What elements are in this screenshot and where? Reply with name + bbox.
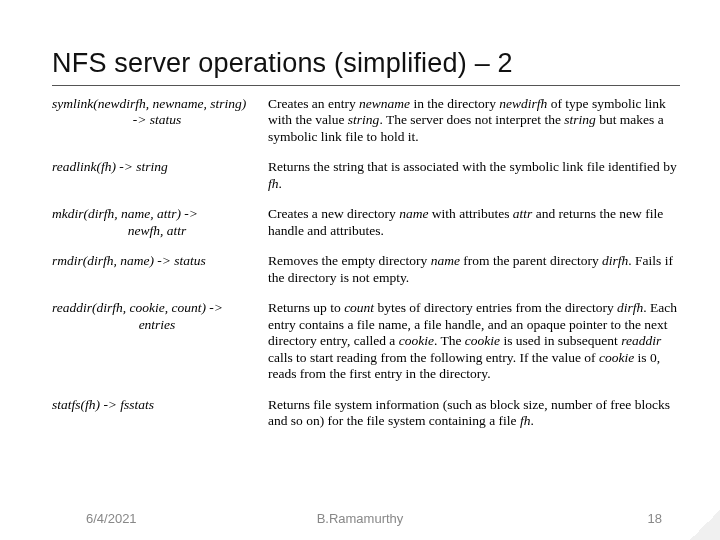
sig-main: symlink(newdirfh, newname, string)	[52, 96, 262, 112]
sig-main: statfs(fh) -> fsstats	[52, 397, 262, 413]
op-signature: symlink(newdirfh, newname, string) -> st…	[52, 96, 268, 129]
page-title: NFS server operations (simplified) – 2	[52, 48, 680, 79]
op-signature: mkdir(dirfh, name, attr) -> newfh, attr	[52, 206, 268, 239]
op-row-readdir: readdir(dirfh, cookie, count) -> entries…	[52, 300, 680, 382]
sig-cont: entries	[52, 317, 262, 333]
operations-table: symlink(newdirfh, newname, string) -> st…	[52, 96, 680, 430]
op-description: Creates an entry newname in the director…	[268, 96, 680, 145]
op-row-statfs: statfs(fh) -> fsstats Returns file syste…	[52, 397, 680, 430]
sig-main: rmdir(dirfh, name) -> status	[52, 253, 262, 269]
title-rule	[52, 85, 680, 86]
footer-author: B.Ramamurthy	[0, 511, 720, 526]
op-description: Returns up to count bytes of directory e…	[268, 300, 680, 382]
op-row-symlink: symlink(newdirfh, newname, string) -> st…	[52, 96, 680, 145]
op-row-mkdir: mkdir(dirfh, name, attr) -> newfh, attr …	[52, 206, 680, 239]
op-row-rmdir: rmdir(dirfh, name) -> status Removes the…	[52, 253, 680, 286]
op-row-readlink: readlink(fh) -> string Returns the strin…	[52, 159, 680, 192]
page-fold-icon	[690, 510, 720, 540]
op-signature: statfs(fh) -> fsstats	[52, 397, 268, 413]
sig-main: readlink(fh) -> string	[52, 159, 262, 175]
op-description: Returns file system information (such as…	[268, 397, 680, 430]
slide: NFS server operations (simplified) – 2 s…	[0, 0, 720, 540]
footer-page-number: 18	[648, 511, 662, 526]
sig-main: readdir(dirfh, cookie, count) ->	[52, 300, 262, 316]
op-signature: rmdir(dirfh, name) -> status	[52, 253, 268, 269]
op-description: Creates a new directory name with attrib…	[268, 206, 680, 239]
op-signature: readlink(fh) -> string	[52, 159, 268, 175]
op-description: Removes the empty directory name from th…	[268, 253, 680, 286]
op-signature: readdir(dirfh, cookie, count) -> entries	[52, 300, 268, 333]
sig-main: mkdir(dirfh, name, attr) ->	[52, 206, 262, 222]
sig-cont: -> status	[52, 112, 262, 128]
sig-cont: newfh, attr	[52, 223, 262, 239]
op-description: Returns the string that is associated wi…	[268, 159, 680, 192]
